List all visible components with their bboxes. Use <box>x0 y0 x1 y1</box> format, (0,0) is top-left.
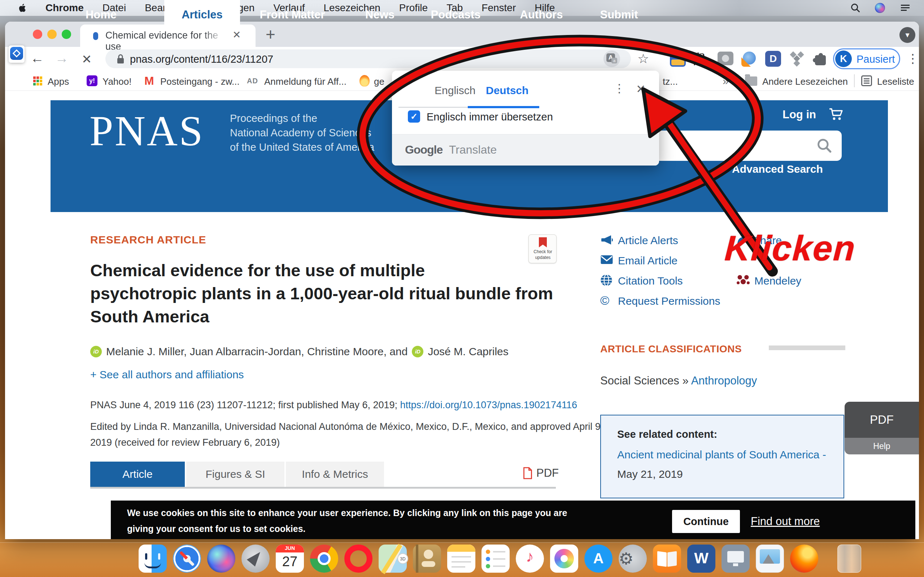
bookmark-anmeldung[interactable]: Anmeldung für Aff... <box>264 76 347 87</box>
mendeley-link[interactable]: Mendeley <box>754 275 801 287</box>
torch-icon <box>360 75 370 87</box>
pnas-logo[interactable]: PNAS <box>89 107 204 156</box>
pdf-help-button[interactable]: Help <box>845 438 919 455</box>
other-bookmarks[interactable]: Andere Lesezeichen <box>762 76 848 87</box>
dock-preview-icon[interactable] <box>756 545 784 573</box>
cookie-continue-button[interactable]: Continue <box>672 510 740 533</box>
nav-authors[interactable]: Authors <box>511 0 572 29</box>
browser-menu-kebab-icon[interactable]: ⋮ <box>907 51 919 66</box>
dock-app-store-icon[interactable]: A <box>584 545 612 573</box>
request-permissions-link[interactable]: Request Permissions <box>618 295 720 307</box>
always-translate-label[interactable]: Englisch immer übersetzen <box>426 111 553 123</box>
authors-text-2[interactable]: José M. Capriles <box>428 345 508 358</box>
bookmark-fragment[interactable]: ge <box>374 76 384 87</box>
diamonds-extension-icon[interactable] <box>789 51 805 67</box>
atom-extension-icon[interactable] <box>741 51 757 67</box>
forward-icon[interactable]: → <box>55 50 69 66</box>
floating-app-icon[interactable] <box>10 47 23 60</box>
dock-chrome-icon[interactable] <box>310 545 338 573</box>
dock-launchpad-icon[interactable] <box>241 545 270 573</box>
dock-finder-icon[interactable] <box>139 545 167 573</box>
reading-list[interactable]: Leseliste <box>877 76 914 87</box>
dock-notes-icon[interactable] <box>447 545 475 573</box>
stop-icon[interactable]: ✕ <box>82 52 92 66</box>
back-icon[interactable]: ← <box>30 50 44 66</box>
bookmark-fragment-2[interactable]: tz... <box>663 76 678 87</box>
orcid-icon[interactable]: iD <box>412 346 423 357</box>
dock-word-icon[interactable]: W <box>687 545 716 573</box>
citation-tools-link[interactable]: Citation Tools <box>618 275 683 287</box>
dock-trash-icon[interactable] <box>837 545 861 573</box>
address-bar[interactable]: pnas.org/content/116/23/11207 A a <box>105 49 631 68</box>
extensions-puzzle-icon[interactable] <box>813 52 827 66</box>
site-nav <box>50 182 888 212</box>
advanced-search-link[interactable]: Advanced Search <box>732 163 823 175</box>
siri-icon[interactable] <box>875 3 885 13</box>
nav-front-matter[interactable]: Front Matter <box>253 0 332 29</box>
tab-search-chevron-icon[interactable]: ▾ <box>900 27 915 43</box>
bookmark-yahoo[interactable]: Yahoo! <box>102 76 131 87</box>
see-all-authors-link[interactable]: + See all authors and affiliations <box>90 369 244 381</box>
nav-home[interactable]: Home <box>58 0 144 29</box>
log-in-link[interactable]: Log in <box>782 108 816 121</box>
url-text[interactable]: pnas.org/content/116/23/11207 <box>130 53 273 65</box>
cookie-extension-icon[interactable] <box>670 51 686 67</box>
dock-settings-icon[interactable]: ⚙ <box>619 545 647 573</box>
tab-info-metrics[interactable]: Info & Metrics <box>286 462 384 487</box>
dock-maps-icon[interactable]: 3D <box>379 545 407 573</box>
find-out-more-link[interactable]: Find out more <box>751 515 820 528</box>
authors-text[interactable]: Melanie J. Miller, Juan Albarracin-Jorda… <box>106 345 407 358</box>
email-article-link[interactable]: Email Article <box>618 255 677 267</box>
nav-podcasts[interactable]: Podcasts <box>424 0 487 29</box>
tab-figures-si[interactable]: Figures & SI <box>186 462 284 487</box>
translate-close-icon[interactable]: ✕ <box>636 82 646 96</box>
dock-safari-icon[interactable] <box>173 545 201 573</box>
search-icon[interactable] <box>816 138 832 155</box>
dock-reminders-icon[interactable] <box>481 545 510 573</box>
zoom-window-button[interactable] <box>62 29 71 39</box>
taxonomy-child-link[interactable]: Anthropology <box>691 374 757 387</box>
nav-news[interactable]: News <box>348 0 412 29</box>
translate-options-kebab-icon[interactable]: ⋮ <box>614 82 625 95</box>
d-extension-icon[interactable]: D <box>765 51 781 67</box>
close-window-button[interactable] <box>33 29 42 39</box>
apple-logo-icon[interactable] <box>19 3 27 13</box>
cart-icon[interactable] <box>829 108 844 122</box>
dock-music-icon[interactable]: ♪ <box>516 545 544 573</box>
tab-article[interactable]: Article <box>90 462 185 487</box>
profile-pill[interactable]: K Pausiert <box>833 48 900 69</box>
dock-books-icon[interactable] <box>653 545 681 573</box>
camera-extension-icon[interactable] <box>717 52 733 65</box>
translate-page-icon[interactable]: A a <box>604 50 620 67</box>
check-for-updates-badge[interactable]: Check for updates <box>528 234 557 263</box>
bookmark-posteingang[interactable]: Posteingang - zw... <box>160 76 240 87</box>
article-alerts-link[interactable]: Article Alerts <box>618 234 678 247</box>
dock-firefox-icon[interactable] <box>790 545 818 573</box>
notification-list-icon[interactable] <box>900 3 910 14</box>
pdf-floating-button[interactable]: PDF <box>845 402 919 438</box>
dock-contacts-icon[interactable] <box>413 545 441 573</box>
nav-submit[interactable]: Submit <box>588 0 650 29</box>
dock-siri-icon[interactable] <box>207 545 235 573</box>
dock-photos-icon[interactable] <box>550 545 578 573</box>
dock-screen-share-icon[interactable] <box>722 545 750 573</box>
translate-tab-source[interactable]: Englisch <box>435 84 475 97</box>
bookmarks-overflow-chevron[interactable]: » <box>723 75 729 87</box>
dock-opera-icon[interactable] <box>344 545 373 573</box>
doi-link[interactable]: https://doi.org/10.1073/pnas.1902174116 <box>400 400 577 410</box>
tab-close-icon[interactable]: ✕ <box>233 29 241 41</box>
translate-tab-target[interactable]: Deutsch <box>486 84 528 97</box>
always-translate-checkbox[interactable]: ✓ <box>408 110 420 122</box>
font-finder-extension-icon[interactable]: f? <box>694 50 704 66</box>
related-link[interactable]: Ancient medicinal plants of South Americ… <box>617 449 826 461</box>
bookmark-star-icon[interactable]: ☆ <box>637 51 649 66</box>
minimize-window-button[interactable] <box>47 29 57 39</box>
tab-title: Chemical evidence for the use <box>105 30 225 52</box>
tagline-line1: Proceedings of the <box>230 113 317 124</box>
dock-calendar-icon[interactable]: JUN 27 <box>276 545 304 573</box>
nav-articles[interactable]: Articles <box>164 0 240 29</box>
pdf-link[interactable]: PDF <box>523 467 559 480</box>
spotlight-search-icon[interactable] <box>850 3 861 15</box>
bookmark-apps[interactable]: Apps <box>48 76 69 87</box>
orcid-icon[interactable]: iD <box>90 346 102 357</box>
